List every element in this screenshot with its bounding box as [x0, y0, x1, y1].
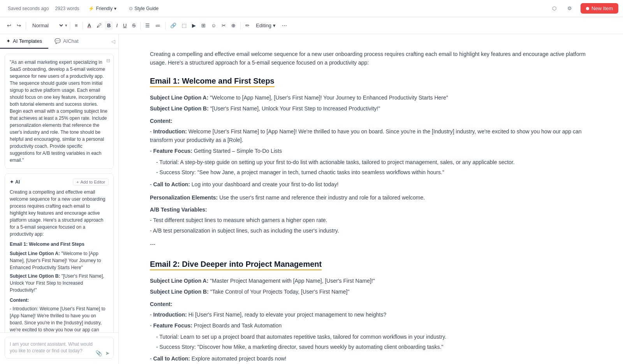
- italic-button[interactable]: I: [114, 21, 120, 30]
- prompt-bubble: "As an email marketing expert specializi…: [5, 54, 114, 169]
- more-options-button[interactable]: ⊕: [229, 21, 238, 30]
- align-icon: ≡: [75, 23, 78, 28]
- chat-icon: 💬: [55, 38, 61, 44]
- chevron-down-icon: ▾: [114, 6, 116, 11]
- undo-button[interactable]: ↩: [5, 21, 14, 30]
- email1-feature-label: Feature Focus:: [153, 148, 192, 154]
- word-count: 2923 words: [55, 6, 79, 11]
- redo-button[interactable]: ↪: [14, 21, 23, 30]
- ai-subline-a: Subject Line Option A: "Welcome to [App …: [10, 250, 109, 271]
- divider-3: [83, 22, 83, 30]
- ai-content-label: Content:: [10, 297, 109, 304]
- email1-cta-item: - Call to Action: Log into your dashboar…: [150, 180, 592, 189]
- email1-tutorial-text: A step-by-step guide on setting up your …: [180, 159, 515, 165]
- underline-button[interactable]: U: [121, 21, 129, 30]
- tab-aichat[interactable]: 💬 AIChat: [48, 34, 85, 49]
- top-bar: Saved seconds ago 2923 words ⚡ Friendly …: [0, 0, 623, 17]
- email1-subject-a-label: Subject Line Option A:: [150, 94, 208, 101]
- ordered-list-button[interactable]: ≔: [153, 21, 163, 30]
- ai-response-scroll[interactable]: Creating a compelling and effective emai…: [10, 189, 109, 332]
- email1-tutorial-label: Tutorial:: [159, 159, 179, 165]
- pen-button[interactable]: ✏: [243, 21, 252, 30]
- paragraph-style-select[interactable]: Normal Heading 1 Heading 2 Heading 3: [28, 21, 64, 30]
- emoji-button[interactable]: ☺: [209, 21, 218, 30]
- main-layout: ✦ AI Templates 💬 AIChat ◁ "As an email m…: [0, 34, 623, 364]
- ai-response-header: ✦ AI + Add to Editor: [10, 178, 109, 186]
- table-icon: ⊞: [201, 23, 206, 28]
- send-button[interactable]: ➤: [104, 349, 111, 357]
- share-button[interactable]: ⬡: [550, 4, 559, 13]
- email1-ab1: - Test different subject lines to measur…: [150, 216, 592, 224]
- email1-subject-a: Subject Line Option A: "Welcome to [App …: [150, 93, 592, 102]
- email1-intro-item: - Introduction: Welcome [User's First Na…: [150, 127, 592, 145]
- email1-feature-item: - Feature Focus: Getting Started – Simpl…: [150, 147, 592, 155]
- settings-button[interactable]: ⚙: [565, 4, 574, 13]
- left-sidebar: ✦ AI Templates 💬 AIChat ◁ "As an email m…: [0, 34, 119, 364]
- subline-a-label: Subject Line Option A:: [10, 251, 60, 256]
- bold-button[interactable]: B: [105, 21, 113, 30]
- email2-cta-text: Explore automated project boards now!: [192, 355, 287, 362]
- email2-tutorial-label: Tutorial:: [159, 334, 179, 340]
- ai-intro-item: - Introduction: Welcome [User's First Na…: [10, 305, 109, 332]
- email2-success-item: - Success Story: "Discover how Mike, a m…: [150, 343, 592, 351]
- table-button[interactable]: ⊞: [199, 21, 208, 30]
- tab-templates-label: AI Templates: [13, 38, 42, 44]
- tone-button[interactable]: ⚡ Friendly ▾: [85, 4, 120, 13]
- style-guide-button[interactable]: ⊙ Style Guide: [126, 4, 162, 13]
- email2-subject-a-label: Subject Line Option A:: [150, 278, 208, 284]
- email2-intro-label: Introduction:: [153, 312, 187, 318]
- toolbar: ↩ ↪ Normal Heading 1 Heading 2 Heading 3…: [0, 17, 623, 34]
- collapse-prompt-button[interactable]: ⊟: [106, 57, 110, 64]
- highlight-icon: 🖊: [97, 23, 102, 28]
- attachment-button[interactable]: 📎: [95, 349, 103, 357]
- editing-button[interactable]: Editing ▾: [253, 21, 279, 30]
- email2-feature-item: - Feature Focus: Project Boards and Task…: [150, 321, 592, 330]
- email1-tutorial-item: - Tutorial: A step-by-step guide on sett…: [150, 158, 592, 166]
- settings-icon: ⚙: [567, 5, 572, 11]
- divider-2: [70, 22, 70, 30]
- collapse-sidebar-button[interactable]: ◁: [108, 34, 118, 49]
- email1-cta-label: Call to Action:: [153, 181, 190, 187]
- editor-area[interactable]: Creating a compelling and effective emai…: [119, 34, 623, 364]
- add-to-editor-button[interactable]: + Add to Editor: [73, 178, 109, 186]
- email-2-heading: Email 2: Dive Deeper into Project Manage…: [150, 260, 322, 270]
- divider-4: [140, 22, 141, 30]
- email-2-section: Email 2: Dive Deeper into Project Manage…: [150, 260, 592, 363]
- saved-indicator: Saved seconds ago: [8, 6, 49, 11]
- more-options-icon: ⊕: [231, 23, 236, 28]
- tab-ai-templates[interactable]: ✦ AI Templates: [0, 34, 48, 49]
- more-menu-button[interactable]: ⋯: [280, 21, 289, 30]
- sidebar-tabs: ✦ AI Templates 💬 AIChat ◁: [0, 34, 118, 49]
- link-icon: 🔗: [170, 23, 176, 28]
- email1-personalization-label: Personalization Elements:: [150, 194, 218, 201]
- align-button[interactable]: ≡: [72, 21, 80, 30]
- bullet-list-button[interactable]: ☰: [143, 21, 152, 30]
- sparkle-icon: ✦: [6, 38, 11, 44]
- media-button[interactable]: ⬚: [180, 21, 189, 30]
- email2-intro-item: - Introduction: Hi [User's First Name], …: [150, 310, 592, 319]
- email1-subject-b: Subject Line Option B: "[User's First Na…: [150, 104, 592, 113]
- strikethrough-button[interactable]: S: [130, 21, 138, 30]
- font-color-button[interactable]: A: [85, 21, 93, 30]
- link-button[interactable]: 🔗: [168, 21, 179, 30]
- crop-button[interactable]: ✂: [219, 21, 228, 30]
- email1-intro-text: Welcome [User's First Name] to [App Name…: [150, 128, 582, 143]
- pen-icon: ✏: [245, 23, 250, 28]
- email2-subject-a-text: "Master Project Management with [App Nam…: [210, 278, 375, 284]
- email2-cta-item: - Call to Action: Explore automated proj…: [150, 354, 592, 363]
- email1-ab-label: A/B Testing Variables:: [150, 206, 592, 213]
- chat-input-area: 📎 ➤: [0, 332, 118, 364]
- underline-icon: U: [123, 23, 127, 28]
- new-item-button[interactable]: New Item: [581, 3, 618, 14]
- email2-subject-b: Subject Line Option B: "Take Control of …: [150, 287, 592, 296]
- font-color-icon: A: [88, 23, 91, 28]
- tone-label: Friendly: [96, 6, 113, 11]
- email2-feature-label: Feature Focus:: [153, 322, 192, 329]
- email1-ab2: - A/B test personalization in subject li…: [150, 226, 592, 235]
- ai-chat-area: "As an email marketing expert specializi…: [0, 49, 118, 332]
- divider-6: [240, 22, 241, 30]
- highlight-button[interactable]: 🖊: [94, 21, 104, 30]
- ai-subline-b: Subject Line Option B: "[User's First Na…: [10, 273, 109, 294]
- email1-subject-b-text: "[User's First Name], Unlock Your First …: [210, 105, 380, 112]
- play-button[interactable]: ▶: [190, 21, 198, 30]
